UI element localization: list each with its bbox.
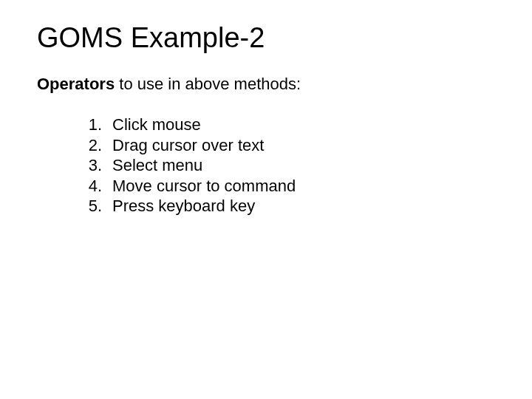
list-number: 5.	[83, 196, 112, 216]
list-item: 5. Press keyboard key	[83, 196, 495, 216]
list-text: Click mouse	[112, 115, 495, 135]
list-text: Move cursor to command	[112, 176, 495, 197]
slide-title: GOMS Example-2	[37, 22, 495, 54]
operators-list: 1. Click mouse 2. Drag cursor over text …	[37, 115, 495, 216]
list-number: 1.	[83, 115, 112, 135]
list-text: Press keyboard key	[112, 196, 495, 216]
slide-subtitle: Operators to use in above methods:	[37, 75, 495, 94]
list-text: Select menu	[112, 155, 495, 176]
list-item: 4. Move cursor to command	[83, 176, 495, 197]
subtitle-rest: to use in above methods:	[115, 75, 301, 93]
list-item: 3. Select menu	[83, 155, 495, 176]
list-item: 2. Drag cursor over text	[83, 135, 495, 156]
subtitle-bold: Operators	[37, 75, 115, 93]
list-item: 1. Click mouse	[83, 115, 495, 135]
list-number: 2.	[83, 135, 112, 156]
list-text: Drag cursor over text	[112, 135, 495, 156]
list-number: 3.	[83, 155, 112, 176]
list-number: 4.	[83, 176, 112, 197]
